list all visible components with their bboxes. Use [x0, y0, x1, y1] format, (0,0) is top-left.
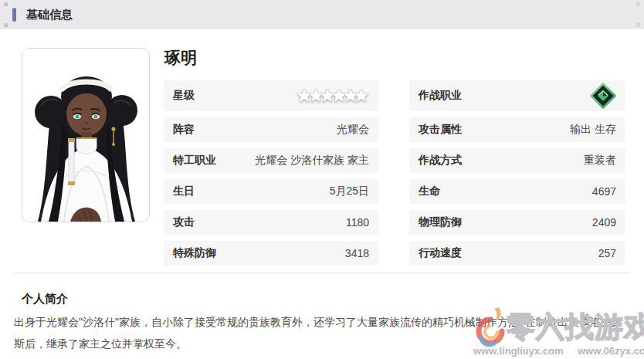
- row-value: 5月25日: [330, 185, 369, 198]
- row-physical-defense: 物理防御 2409: [409, 210, 625, 235]
- row-special-defense: 特殊防御 3418: [164, 241, 378, 266]
- row-value: 光耀会: [337, 123, 369, 137]
- combat-class-icon: [590, 83, 616, 109]
- row-label: 生日: [173, 185, 195, 198]
- row-label: 作战方式: [419, 154, 462, 168]
- row-combat-style: 作战方式 重装者: [409, 148, 625, 173]
- row-label: 物理防御: [419, 215, 462, 229]
- character-info-page: 基础信息: [0, 0, 644, 359]
- handle-dot: [636, 23, 640, 27]
- profile-text: 出身于光耀会"沙洛什"家族，自小除了接受常规的贵族教育外，还学习了大量家族流传的…: [14, 311, 632, 354]
- row-combat-class: 作战职业: [409, 80, 625, 111]
- handle-dot: [4, 23, 8, 27]
- row-label: 攻击属性: [419, 123, 462, 137]
- row-hp: 生命 4697: [409, 179, 625, 204]
- row-value: 4697: [592, 185, 616, 198]
- profile-heading: 个人简介: [22, 292, 68, 307]
- row-value: 3418: [345, 247, 369, 259]
- row-value: 2409: [592, 216, 616, 229]
- row-label: 作战职业: [419, 89, 462, 103]
- row-label: 生命: [419, 185, 440, 198]
- row-value: 输出 生存: [570, 123, 616, 137]
- info-table-right: 作战职业 攻击属性 输出 生存 作战方式: [409, 80, 625, 272]
- row-speed: 行动速度 257: [409, 241, 625, 266]
- row-value: 重装者: [584, 154, 616, 168]
- row-value: 1180: [346, 216, 369, 229]
- portrait-card: [22, 48, 150, 222]
- handle-dot: [4, 2, 8, 6]
- row-faction: 阵容 光耀会: [164, 117, 378, 142]
- row-label: 特工职业: [173, 154, 216, 168]
- row-label: 行动速度: [419, 246, 462, 260]
- character-portrait-illustration: [22, 49, 149, 222]
- row-label: 特殊防御: [173, 246, 216, 260]
- row-value: 光耀会 沙洛什家族 家主: [255, 154, 369, 168]
- row-star-rating: 星级: [164, 80, 378, 111]
- section-title: 基础信息: [26, 0, 73, 29]
- section-divider: [14, 273, 630, 273]
- character-name: 琢明: [164, 47, 197, 69]
- row-attack: 攻击 1180: [164, 210, 378, 235]
- row-label: 星级: [173, 89, 195, 103]
- star-rating-icons: [297, 88, 369, 103]
- row-agent-class: 特工职业 光耀会 沙洛什家族 家主: [164, 148, 378, 173]
- row-attack-attribute: 攻击属性 输出 生存: [409, 117, 625, 142]
- info-table-left: 星级 阵容 光耀会 特工职业 光耀会 沙洛什家族 家主 生日 5月25日: [164, 80, 378, 272]
- handle-dot: [636, 2, 640, 6]
- section-header: 基础信息: [0, 0, 644, 29]
- row-label: 阵容: [173, 123, 195, 137]
- row-birthday: 生日 5月25日: [164, 179, 378, 204]
- row-value: 257: [598, 247, 616, 259]
- accent-bar: [12, 8, 16, 22]
- row-label: 攻击: [173, 215, 195, 229]
